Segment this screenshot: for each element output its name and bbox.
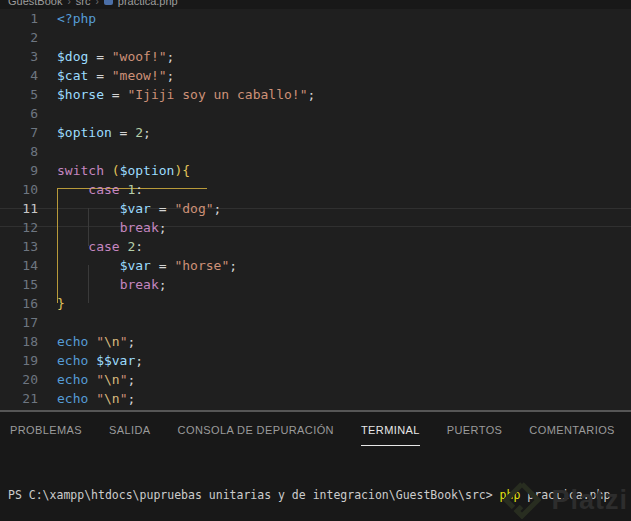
line-number[interactable]: 15 bbox=[0, 275, 38, 294]
code-text bbox=[38, 104, 57, 123]
panel-tab-puertos[interactable]: PUERTOS bbox=[447, 412, 503, 446]
platzi-watermark-text: Platzi bbox=[551, 485, 628, 516]
code-line[interactable]: 14 $var = "horse"; bbox=[0, 256, 631, 275]
line-number[interactable]: 7 bbox=[0, 123, 38, 142]
php-file-icon bbox=[104, 0, 113, 5]
line-number[interactable]: 4 bbox=[0, 66, 38, 85]
code-line[interactable]: 8 bbox=[0, 142, 631, 161]
line-number[interactable]: 14 bbox=[0, 256, 38, 275]
code-lines: 1<?php23$dog = "woof!";4$cat = "meow!";5… bbox=[0, 9, 631, 408]
code-text: echo "\n"; bbox=[38, 332, 135, 351]
code-text: echo $$var; bbox=[38, 351, 143, 370]
code-line[interactable]: 3$dog = "woof!"; bbox=[0, 47, 631, 66]
line-number[interactable]: 21 bbox=[0, 389, 38, 408]
line-number[interactable]: 18 bbox=[0, 332, 38, 351]
chevron-right-icon: › bbox=[67, 0, 70, 7]
code-line[interactable]: 19echo $$var; bbox=[0, 351, 631, 370]
code-text: echo "\n"; bbox=[38, 370, 135, 389]
breadcrumb-item-project[interactable]: GuestBook bbox=[8, 0, 62, 7]
code-text: switch ($option){ bbox=[38, 161, 190, 180]
panel-tab-comentarios[interactable]: COMENTARIOS bbox=[529, 412, 614, 446]
code-line[interactable]: 15 break; bbox=[0, 275, 631, 294]
line-number[interactable]: 19 bbox=[0, 351, 38, 370]
code-line[interactable]: 10 case 1: bbox=[0, 180, 631, 199]
code-line[interactable]: 21echo "\n"; bbox=[0, 389, 631, 408]
code-text: $option = 2; bbox=[38, 123, 151, 142]
vscode-window: GuestBook › src › practica.php 1<?php23$… bbox=[0, 0, 631, 521]
code-text bbox=[38, 28, 57, 47]
platzi-logo-icon bbox=[503, 481, 541, 519]
line-number[interactable]: 11 bbox=[0, 199, 38, 218]
code-text: echo "\n"; bbox=[38, 389, 135, 408]
code-editor[interactable]: 1<?php23$dog = "woof!";4$cat = "meow!";5… bbox=[0, 9, 631, 410]
code-line[interactable]: 1<?php bbox=[0, 9, 631, 28]
code-line[interactable]: 9switch ($option){ bbox=[0, 161, 631, 180]
code-line[interactable]: 12 break; bbox=[0, 218, 631, 237]
terminal-prompt: PS C:\xampp\htdocs\pupruebas unitarias y… bbox=[8, 488, 500, 502]
code-text: $horse = "Ijiji soy un caballo!"; bbox=[38, 85, 315, 104]
breadcrumb: GuestBook › src › practica.php bbox=[0, 0, 631, 9]
line-number[interactable]: 16 bbox=[0, 294, 38, 313]
code-line[interactable]: 6 bbox=[0, 104, 631, 123]
code-text: break; bbox=[38, 275, 167, 294]
code-text: $dog = "woof!"; bbox=[38, 47, 174, 66]
panel-tabs: PROBLEMASSALIDACONSOLA DE DEPURACIÓNTERM… bbox=[0, 412, 631, 446]
line-number[interactable]: 20 bbox=[0, 370, 38, 389]
panel-tab-terminal[interactable]: TERMINAL bbox=[361, 412, 420, 446]
panel-tab-consola-de-depuraci-n[interactable]: CONSOLA DE DEPURACIÓN bbox=[178, 412, 334, 446]
panel-tab-problemas[interactable]: PROBLEMAS bbox=[10, 412, 82, 446]
code-text: $cat = "meow!"; bbox=[38, 66, 174, 85]
code-line[interactable]: 11 $var = "dog"; bbox=[0, 199, 631, 218]
platzi-watermark: Platzi bbox=[503, 481, 628, 519]
line-number[interactable]: 13 bbox=[0, 237, 38, 256]
line-number[interactable]: 6 bbox=[0, 104, 38, 123]
code-line[interactable]: 18echo "\n"; bbox=[0, 332, 631, 351]
code-text bbox=[38, 142, 57, 161]
code-text: } bbox=[38, 294, 65, 313]
code-line[interactable]: 2 bbox=[0, 28, 631, 47]
code-text: $var = "dog"; bbox=[38, 199, 221, 218]
line-number[interactable]: 17 bbox=[0, 313, 38, 332]
code-line[interactable]: 5$horse = "Ijiji soy un caballo!"; bbox=[0, 85, 631, 104]
panel-tab-salida[interactable]: SALIDA bbox=[109, 412, 151, 446]
code-text: case 1: bbox=[38, 180, 143, 199]
breadcrumb-item-file[interactable]: practica.php bbox=[118, 0, 178, 7]
code-text: <?php bbox=[38, 9, 96, 28]
line-number[interactable]: 1 bbox=[0, 9, 38, 28]
code-text: $var = "horse"; bbox=[38, 256, 237, 275]
line-number[interactable]: 3 bbox=[0, 47, 38, 66]
code-line[interactable]: 4$cat = "meow!"; bbox=[0, 66, 631, 85]
line-number[interactable]: 10 bbox=[0, 180, 38, 199]
code-text: break; bbox=[38, 218, 167, 237]
line-number[interactable]: 9 bbox=[0, 161, 38, 180]
line-number[interactable]: 2 bbox=[0, 28, 38, 47]
line-number[interactable]: 5 bbox=[0, 85, 38, 104]
code-line[interactable]: 7$option = 2; bbox=[0, 123, 631, 142]
code-text: case 2: bbox=[38, 237, 143, 256]
code-line[interactable]: 17 bbox=[0, 313, 631, 332]
line-number[interactable]: 8 bbox=[0, 142, 38, 161]
chevron-right-icon: › bbox=[95, 0, 98, 7]
code-text bbox=[38, 313, 57, 332]
code-line[interactable]: 20echo "\n"; bbox=[0, 370, 631, 389]
code-line[interactable]: 13 case 2: bbox=[0, 237, 631, 256]
code-line[interactable]: 16} bbox=[0, 294, 631, 313]
breadcrumb-item-folder[interactable]: src bbox=[76, 0, 91, 7]
bottom-panel: PROBLEMASSALIDACONSOLA DE DEPURACIÓNTERM… bbox=[0, 412, 631, 521]
line-number[interactable]: 12 bbox=[0, 218, 38, 237]
